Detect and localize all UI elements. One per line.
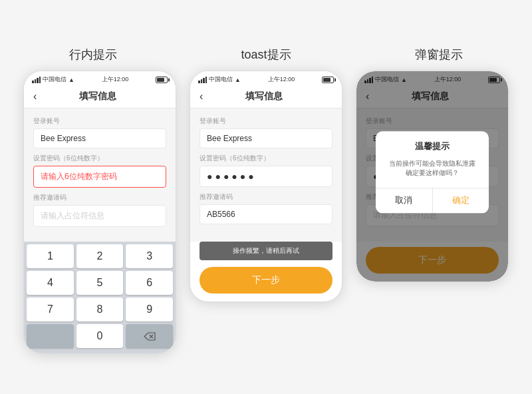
back-button[interactable]: ‹	[33, 91, 37, 102]
status-bar-toast: 中国电信 ▲ 上午12:00	[190, 71, 342, 87]
keyboard-row-1: 1 2 3	[27, 244, 173, 268]
key-4[interactable]: 4	[27, 271, 74, 295]
status-left-toast: 中国电信 ▲	[198, 75, 241, 84]
key-empty	[27, 324, 74, 348]
dialog-title: 温馨提示	[376, 131, 489, 156]
dialog-body: 当前操作可能会导致隐私泄露 确定要这样做吗？	[376, 156, 489, 188]
referral-input-toast[interactable]: AB5566	[200, 204, 332, 224]
time-label: 上午12:00	[102, 75, 129, 84]
signal-icon	[32, 77, 41, 83]
key-delete[interactable]	[126, 324, 173, 348]
referral-label-toast: 推荐邀请码	[200, 192, 332, 202]
toast-message: 操作频繁，请稍后再试	[200, 242, 332, 260]
status-right-toast	[322, 77, 334, 83]
battery-icon-toast	[322, 77, 334, 83]
key-0[interactable]: 0	[76, 324, 124, 348]
signal-icon-toast	[198, 77, 207, 83]
referral-input-inline[interactable]: 请输入占位符信息	[33, 205, 166, 227]
form-content-inline: 登录账号 Bee Express 设置密码（6位纯数字） 请输入6位纯数字密码 …	[24, 108, 176, 242]
dialog-body-line1: 当前操作可能会导致隐私泄露	[389, 160, 475, 167]
dialog-cancel-button[interactable]: 取消	[376, 188, 433, 213]
section-title-toast: toast提示	[186, 47, 346, 63]
carrier-label-toast: 中国电信	[209, 75, 233, 84]
dialog-confirm-button[interactable]: 确定	[433, 188, 489, 213]
phones-row: 中国电信 ▲ 上午12:00 ‹ 填写信息 登录账号 Bee Express	[7, 71, 525, 354]
password-label-inline: 设置密码（6位纯数字）	[33, 154, 166, 163]
key-7[interactable]: 7	[27, 297, 74, 321]
keyboard-inline: 1 2 3 4 5 6 7 8 9 0	[24, 242, 176, 353]
page-container: 行内提示 toast提示 弹窗提示 中国电信 ▲ 上午12:00	[0, 33, 532, 361]
account-input-inline[interactable]: Bee Express	[33, 128, 166, 148]
wifi-icon: ▲	[68, 77, 74, 83]
next-button-toast[interactable]: 下一步	[200, 267, 332, 294]
battery-icon	[156, 77, 168, 83]
password-label-toast: 设置密码（6位纯数字）	[200, 154, 332, 163]
key-1[interactable]: 1	[27, 244, 74, 268]
time-label-toast: 上午12:00	[268, 75, 295, 84]
carrier-label: 中国电信	[43, 75, 66, 84]
phone-dialog: 中国电信 ▲ 上午12:00 ‹ 填写信息 登录账号 Bee Express	[356, 71, 509, 282]
back-button-toast[interactable]: ‹	[200, 91, 203, 102]
dialog-body-line2: 确定要这样做吗？	[406, 170, 459, 177]
key-3[interactable]: 3	[126, 244, 173, 268]
status-right-inline	[156, 77, 168, 83]
keyboard-row-3: 7 8 9	[27, 297, 173, 321]
phone-toast: 中国电信 ▲ 上午12:00 ‹ 填写信息 登录账号 Bee Express	[190, 71, 342, 302]
referral-label-inline: 推荐邀请码	[33, 193, 166, 202]
status-left-inline: 中国电信 ▲	[32, 75, 74, 84]
account-label-toast: 登录账号	[200, 116, 332, 126]
password-input-inline[interactable]: 请输入6位纯数字密码	[33, 166, 166, 188]
account-input-toast[interactable]: Bee Express	[200, 128, 332, 148]
nav-title-toast: 填写信息	[208, 91, 319, 102]
dialog-box: 温馨提示 当前操作可能会导致隐私泄露 确定要这样做吗？ 取消 确定	[376, 131, 489, 213]
nav-title-inline: 填写信息	[42, 91, 153, 102]
nav-bar-inline: ‹ 填写信息	[24, 87, 176, 108]
status-bar-inline: 中国电信 ▲ 上午12:00	[24, 71, 176, 87]
section-title-inline: 行内提示	[13, 47, 173, 63]
account-label-inline: 登录账号	[33, 116, 166, 126]
section-titles: 行内提示 toast提示 弹窗提示	[7, 47, 525, 63]
keyboard-row-4: 0	[27, 324, 173, 348]
key-2[interactable]: 2	[76, 244, 124, 268]
key-8[interactable]: 8	[76, 297, 124, 321]
dialog-actions: 取消 确定	[376, 188, 489, 213]
form-content-toast: 登录账号 Bee Express 设置密码（6位纯数字） ●●●●●● 推荐邀请…	[190, 108, 342, 242]
key-9[interactable]: 9	[126, 297, 173, 321]
nav-bar-toast: ‹ 填写信息	[190, 87, 342, 108]
key-6[interactable]: 6	[126, 271, 173, 295]
keyboard-row-2: 4 5 6	[27, 271, 173, 295]
phone-inline: 中国电信 ▲ 上午12:00 ‹ 填写信息 登录账号 Bee Express	[23, 71, 176, 354]
wifi-icon-toast: ▲	[235, 77, 241, 83]
key-5[interactable]: 5	[76, 271, 124, 295]
section-title-dialog: 弹窗提示	[359, 47, 519, 63]
password-input-toast[interactable]: ●●●●●●	[200, 166, 332, 187]
